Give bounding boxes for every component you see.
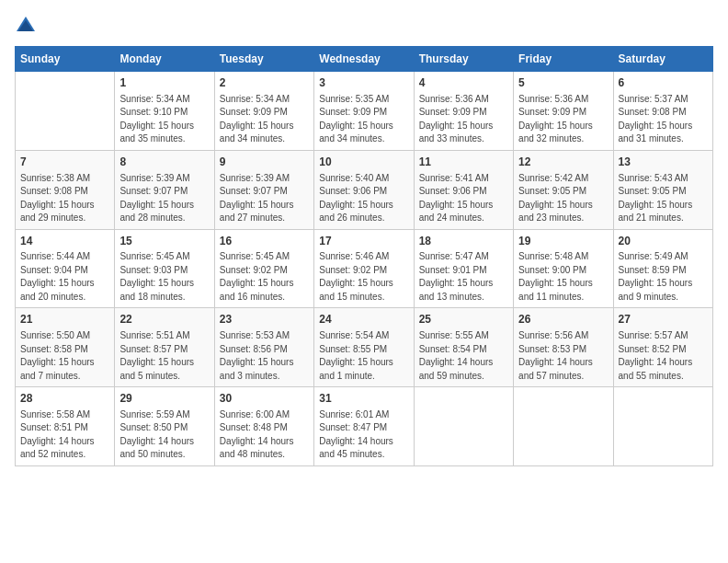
day-number: 2 — [220, 75, 309, 91]
calendar-cell: 18Sunrise: 5:47 AM Sunset: 9:01 PM Dayli… — [414, 229, 513, 308]
day-number: 27 — [619, 312, 708, 327]
calendar-cell: 29Sunrise: 5:59 AM Sunset: 8:50 PM Dayli… — [115, 387, 214, 466]
day-number: 3 — [319, 75, 408, 91]
calendar-cell: 6Sunrise: 5:37 AM Sunset: 9:08 PM Daylig… — [613, 72, 712, 151]
day-number: 5 — [518, 75, 608, 91]
day-info: Sunrise: 5:34 AM Sunset: 9:10 PM Dayligh… — [119, 93, 209, 146]
week-row-4: 21Sunrise: 5:50 AM Sunset: 8:58 PM Dayli… — [16, 308, 713, 387]
calendar-cell: 26Sunrise: 5:56 AM Sunset: 8:53 PM Dayli… — [514, 308, 613, 387]
day-number: 1 — [119, 75, 209, 91]
day-number: 28 — [20, 391, 109, 407]
week-row-5: 28Sunrise: 5:58 AM Sunset: 8:51 PM Dayli… — [16, 387, 713, 466]
day-info: Sunrise: 5:51 AM Sunset: 8:57 PM Dayligh… — [119, 329, 209, 383]
day-number: 16 — [220, 234, 309, 249]
day-number: 7 — [20, 155, 109, 170]
header-cell-tuesday: Tuesday — [214, 47, 313, 72]
day-info: Sunrise: 5:42 AM Sunset: 9:05 PM Dayligh… — [518, 172, 608, 225]
header-cell-friday: Friday — [514, 47, 613, 72]
day-info: Sunrise: 5:48 AM Sunset: 9:00 PM Dayligh… — [518, 250, 608, 304]
day-info: Sunrise: 5:36 AM Sunset: 9:09 PM Dayligh… — [419, 93, 508, 146]
week-row-3: 14Sunrise: 5:44 AM Sunset: 9:04 PM Dayli… — [16, 229, 713, 308]
calendar-cell: 14Sunrise: 5:44 AM Sunset: 9:04 PM Dayli… — [16, 229, 115, 308]
day-info: Sunrise: 5:34 AM Sunset: 9:09 PM Dayligh… — [220, 93, 309, 146]
calendar-cell: 16Sunrise: 5:45 AM Sunset: 9:02 PM Dayli… — [214, 229, 313, 308]
header-row: SundayMondayTuesdayWednesdayThursdayFrid… — [16, 47, 713, 72]
day-info: Sunrise: 5:57 AM Sunset: 8:52 PM Dayligh… — [619, 329, 708, 383]
day-info: Sunrise: 5:54 AM Sunset: 8:55 PM Dayligh… — [319, 329, 408, 383]
calendar-table: SundayMondayTuesdayWednesdayThursdayFrid… — [15, 46, 713, 466]
day-info: Sunrise: 5:38 AM Sunset: 9:08 PM Dayligh… — [20, 172, 109, 225]
day-number: 24 — [319, 312, 408, 327]
calendar-cell: 1Sunrise: 5:34 AM Sunset: 9:10 PM Daylig… — [115, 72, 214, 151]
calendar-cell: 30Sunrise: 6:00 AM Sunset: 8:48 PM Dayli… — [214, 387, 313, 466]
calendar-cell: 20Sunrise: 5:49 AM Sunset: 8:59 PM Dayli… — [613, 229, 712, 308]
calendar-cell: 9Sunrise: 5:39 AM Sunset: 9:07 PM Daylig… — [214, 150, 313, 229]
day-info: Sunrise: 5:44 AM Sunset: 9:04 PM Dayligh… — [20, 250, 109, 304]
day-number: 9 — [220, 155, 309, 170]
day-number: 17 — [319, 234, 408, 249]
calendar-cell: 2Sunrise: 5:34 AM Sunset: 9:09 PM Daylig… — [214, 72, 313, 151]
day-number: 15 — [119, 234, 209, 249]
day-info: Sunrise: 5:53 AM Sunset: 8:56 PM Dayligh… — [220, 329, 309, 383]
day-number: 31 — [319, 391, 408, 407]
day-info: Sunrise: 5:46 AM Sunset: 9:02 PM Dayligh… — [319, 250, 408, 304]
calendar-cell: 12Sunrise: 5:42 AM Sunset: 9:05 PM Dayli… — [514, 150, 613, 229]
header-cell-saturday: Saturday — [613, 47, 712, 72]
calendar-cell: 19Sunrise: 5:48 AM Sunset: 9:00 PM Dayli… — [514, 229, 613, 308]
calendar-cell: 3Sunrise: 5:35 AM Sunset: 9:09 PM Daylig… — [314, 72, 414, 151]
day-info: Sunrise: 5:41 AM Sunset: 9:06 PM Dayligh… — [419, 172, 508, 225]
day-info: Sunrise: 5:50 AM Sunset: 8:58 PM Dayligh… — [20, 329, 109, 383]
calendar-cell — [414, 387, 513, 466]
day-info: Sunrise: 5:43 AM Sunset: 9:05 PM Dayligh… — [619, 172, 708, 225]
header-cell-wednesday: Wednesday — [314, 47, 414, 72]
calendar-cell: 4Sunrise: 5:36 AM Sunset: 9:09 PM Daylig… — [414, 72, 513, 151]
calendar-cell: 27Sunrise: 5:57 AM Sunset: 8:52 PM Dayli… — [613, 308, 712, 387]
day-number: 20 — [619, 234, 708, 249]
day-number: 18 — [419, 234, 508, 249]
calendar-cell: 10Sunrise: 5:40 AM Sunset: 9:06 PM Dayli… — [314, 150, 414, 229]
header-cell-sunday: Sunday — [16, 47, 115, 72]
day-info: Sunrise: 5:40 AM Sunset: 9:06 PM Dayligh… — [319, 172, 408, 225]
day-info: Sunrise: 5:58 AM Sunset: 8:51 PM Dayligh… — [20, 408, 109, 462]
week-row-1: 1Sunrise: 5:34 AM Sunset: 9:10 PM Daylig… — [16, 72, 713, 151]
calendar-cell: 11Sunrise: 5:41 AM Sunset: 9:06 PM Dayli… — [414, 150, 513, 229]
calendar-cell: 21Sunrise: 5:50 AM Sunset: 8:58 PM Dayli… — [16, 308, 115, 387]
day-number: 8 — [119, 155, 209, 170]
logo — [15, 15, 40, 37]
calendar-cell: 15Sunrise: 5:45 AM Sunset: 9:03 PM Dayli… — [115, 229, 214, 308]
day-number: 6 — [619, 75, 708, 91]
day-info: Sunrise: 5:55 AM Sunset: 8:54 PM Dayligh… — [419, 329, 508, 383]
day-info: Sunrise: 5:37 AM Sunset: 9:08 PM Dayligh… — [619, 93, 708, 146]
day-number: 23 — [220, 312, 309, 327]
day-number: 26 — [518, 312, 608, 327]
day-number: 19 — [518, 234, 608, 249]
calendar-cell — [514, 387, 613, 466]
header-cell-thursday: Thursday — [414, 47, 513, 72]
day-number: 12 — [518, 155, 608, 170]
day-info: Sunrise: 5:45 AM Sunset: 9:03 PM Dayligh… — [119, 250, 209, 304]
day-number: 25 — [419, 312, 508, 327]
day-number: 10 — [319, 155, 408, 170]
calendar-cell: 22Sunrise: 5:51 AM Sunset: 8:57 PM Dayli… — [115, 308, 214, 387]
day-info: Sunrise: 5:39 AM Sunset: 9:07 PM Dayligh… — [119, 172, 209, 225]
day-number: 14 — [20, 234, 109, 249]
header-cell-monday: Monday — [115, 47, 214, 72]
day-info: Sunrise: 5:36 AM Sunset: 9:09 PM Dayligh… — [518, 93, 608, 146]
day-number: 21 — [20, 312, 109, 327]
day-info: Sunrise: 5:35 AM Sunset: 9:09 PM Dayligh… — [319, 93, 408, 146]
day-info: Sunrise: 6:01 AM Sunset: 8:47 PM Dayligh… — [319, 408, 408, 462]
header — [15, 15, 713, 37]
day-info: Sunrise: 5:45 AM Sunset: 9:02 PM Dayligh… — [220, 250, 309, 304]
day-info: Sunrise: 5:59 AM Sunset: 8:50 PM Dayligh… — [119, 408, 209, 462]
calendar-cell — [16, 72, 115, 151]
calendar-cell: 24Sunrise: 5:54 AM Sunset: 8:55 PM Dayli… — [314, 308, 414, 387]
calendar-cell: 25Sunrise: 5:55 AM Sunset: 8:54 PM Dayli… — [414, 308, 513, 387]
logo-icon — [15, 15, 37, 37]
day-number: 29 — [119, 391, 209, 407]
day-number: 22 — [119, 312, 209, 327]
calendar-cell — [613, 387, 712, 466]
day-info: Sunrise: 5:39 AM Sunset: 9:07 PM Dayligh… — [220, 172, 309, 225]
day-number: 4 — [419, 75, 508, 91]
calendar-cell: 23Sunrise: 5:53 AM Sunset: 8:56 PM Dayli… — [214, 308, 313, 387]
calendar-cell: 5Sunrise: 5:36 AM Sunset: 9:09 PM Daylig… — [514, 72, 613, 151]
